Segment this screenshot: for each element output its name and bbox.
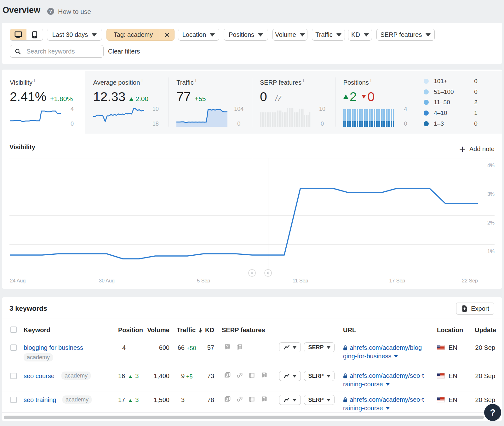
svg-text:24 Aug: 24 Aug bbox=[10, 278, 26, 283]
svg-text:17 Sep: 17 Sep bbox=[389, 278, 405, 283]
svg-text:2%: 2% bbox=[487, 220, 495, 225]
svg-text:5 Sep: 5 Sep bbox=[197, 278, 210, 283]
svg-text:4%: 4% bbox=[487, 163, 495, 168]
svg-text:30 Aug: 30 Aug bbox=[99, 278, 115, 283]
svg-text:3%: 3% bbox=[487, 191, 495, 197]
svg-text:22 Sep: 22 Sep bbox=[462, 278, 478, 283]
svg-text:1%: 1% bbox=[487, 249, 495, 254]
svg-text:11 Sep: 11 Sep bbox=[293, 278, 308, 283]
